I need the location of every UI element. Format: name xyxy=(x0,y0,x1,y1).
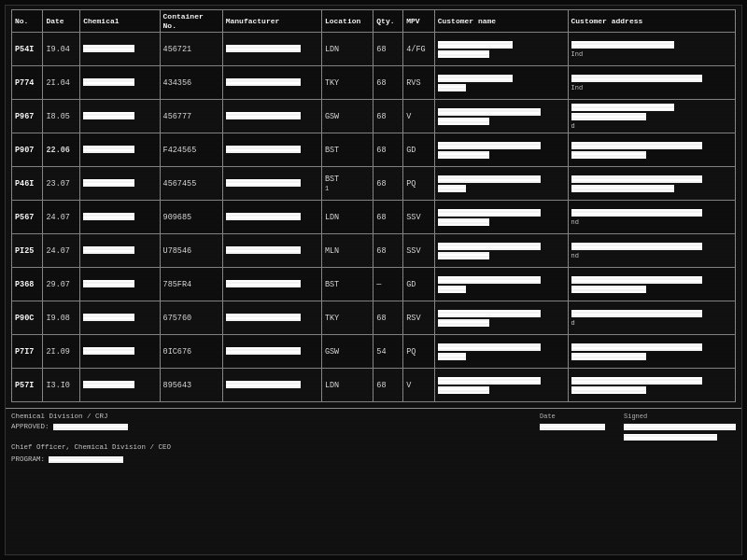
table-row: P46I 23.07 4567455 BST1 68 PQ xyxy=(12,167,736,201)
cell-customer-address xyxy=(568,167,736,201)
cell-mpv: 4/FG xyxy=(403,33,434,66)
col-mpv: MPV xyxy=(403,10,434,33)
cell-mpv: GD xyxy=(403,133,434,167)
cell-date: 2I.09 xyxy=(43,335,80,369)
cell-location: MLN xyxy=(321,234,373,268)
cell-mpv: PQ xyxy=(403,167,434,201)
cell-date: 29.07 xyxy=(43,268,80,301)
cell-manufacturer xyxy=(222,33,321,66)
cell-manufacturer xyxy=(222,234,321,268)
cell-chemical xyxy=(80,234,160,268)
col-manufacturer: Manufacturer xyxy=(222,10,321,33)
cell-chemical xyxy=(80,167,160,201)
footer-left: Chemical Division / CRJ APPROVED: Chief … xyxy=(11,413,521,463)
cell-qty: 54 xyxy=(374,335,403,369)
cell-no: P54I xyxy=(12,33,43,66)
footer-date-field: Date xyxy=(540,413,605,430)
cell-mpv: SSV xyxy=(403,201,434,234)
cell-qty: 68 xyxy=(374,133,403,167)
cell-customer-name xyxy=(434,167,568,201)
cell-customer-name xyxy=(434,301,568,335)
cell-qty: 68 xyxy=(374,33,403,66)
cell-mpv: RSV xyxy=(403,301,434,335)
cell-customer-name xyxy=(434,268,568,301)
cell-date: I9.04 xyxy=(43,33,80,66)
cell-manufacturer xyxy=(222,335,321,369)
cell-customer-address xyxy=(568,133,736,167)
footer-approved: APPROVED: xyxy=(11,423,521,430)
cell-manufacturer xyxy=(222,100,321,133)
table-row: P907 22.06 F424565 BST 68 GD xyxy=(12,133,736,167)
cell-customer-address: nd xyxy=(568,234,736,268)
cell-container: 895643 xyxy=(160,369,222,402)
cell-no: P774 xyxy=(12,66,43,100)
cell-chemical xyxy=(80,100,160,133)
cell-container: 785FR4 xyxy=(160,268,222,301)
cell-date: 22.06 xyxy=(43,133,80,167)
cell-container: 0IC676 xyxy=(160,335,222,369)
cell-chemical xyxy=(80,201,160,234)
cell-container: 456721 xyxy=(160,33,222,66)
cell-customer-name xyxy=(434,335,568,369)
cell-no: P46I xyxy=(12,167,43,201)
cell-customer-address: d xyxy=(568,100,736,133)
table-row: P7I7 2I.09 0IC676 GSW 54 PQ xyxy=(12,335,736,369)
cell-manufacturer xyxy=(222,268,321,301)
cell-chemical xyxy=(80,335,160,369)
footer-section: Chemical Division / CRJ APPROVED: Chief … xyxy=(6,408,741,467)
cell-manufacturer xyxy=(222,66,321,100)
cell-no: P368 xyxy=(12,268,43,301)
col-location: Location xyxy=(321,10,373,33)
footer-chief: Chief Officer, Chemical Division / CEO xyxy=(11,443,521,451)
cell-location: LDN xyxy=(321,33,373,66)
col-chemical: Chemical xyxy=(80,10,160,33)
cell-location: TKY xyxy=(321,301,373,335)
cell-container: U78546 xyxy=(160,234,222,268)
cell-container: F424565 xyxy=(160,133,222,167)
cell-location: BST1 xyxy=(321,167,373,201)
cell-qty: 68 xyxy=(374,369,403,402)
cell-location: TKY xyxy=(321,66,373,100)
document: No. Date Chemical ContainerNo. Manufactu… xyxy=(5,5,742,555)
table-row: P54I I9.04 456721 LDN 68 4/FG xyxy=(12,33,736,66)
cell-location: BST xyxy=(321,133,373,167)
cell-customer-address xyxy=(568,335,736,369)
cell-mpv: V xyxy=(403,369,434,402)
cell-qty: — xyxy=(374,268,403,301)
cell-manufacturer xyxy=(222,301,321,335)
cell-chemical xyxy=(80,66,160,100)
cell-date: 24.07 xyxy=(43,201,80,234)
cell-customer-name xyxy=(434,33,568,66)
cell-customer-name xyxy=(434,100,568,133)
cell-customer-name xyxy=(434,201,568,234)
cell-mpv: PQ xyxy=(403,335,434,369)
cell-chemical xyxy=(80,268,160,301)
cell-date: 24.07 xyxy=(43,234,80,268)
cell-no: P7I7 xyxy=(12,335,43,369)
cell-chemical xyxy=(80,133,160,167)
cell-container: 456777 xyxy=(160,100,222,133)
cell-no: P567 xyxy=(12,201,43,234)
footer-signed-field: Signed xyxy=(624,413,736,441)
cell-location: BST xyxy=(321,268,373,301)
cell-no: P57I xyxy=(12,369,43,402)
table-row: P57I I3.I0 895643 LDN 68 V xyxy=(12,369,736,402)
table-row: PI25 24.07 U78546 MLN 68 SSV xyxy=(12,234,736,268)
cell-date: 2I.04 xyxy=(43,66,80,100)
table-row: P90C I9.08 675760 TKY 68 RSV xyxy=(12,301,736,335)
cell-manufacturer xyxy=(222,133,321,167)
table-row: P567 24.07 909685 LDN 68 SSV xyxy=(12,201,736,234)
col-date: Date xyxy=(43,10,80,33)
cell-customer-name xyxy=(434,234,568,268)
cell-container: 675760 xyxy=(160,301,222,335)
cell-container: 434356 xyxy=(160,66,222,100)
cell-location: LDN xyxy=(321,201,373,234)
col-no: No. xyxy=(12,10,43,33)
footer-program: PROGRAM: xyxy=(11,455,521,463)
cell-location: GSW xyxy=(321,335,373,369)
table-row: P967 I8.05 456777 GSW 68 V xyxy=(12,100,736,133)
cell-mpv: GD xyxy=(403,268,434,301)
col-customer-address: Customer address xyxy=(568,10,736,33)
table-container: No. Date Chemical ContainerNo. Manufactu… xyxy=(6,6,741,406)
cell-customer-address xyxy=(568,369,736,402)
